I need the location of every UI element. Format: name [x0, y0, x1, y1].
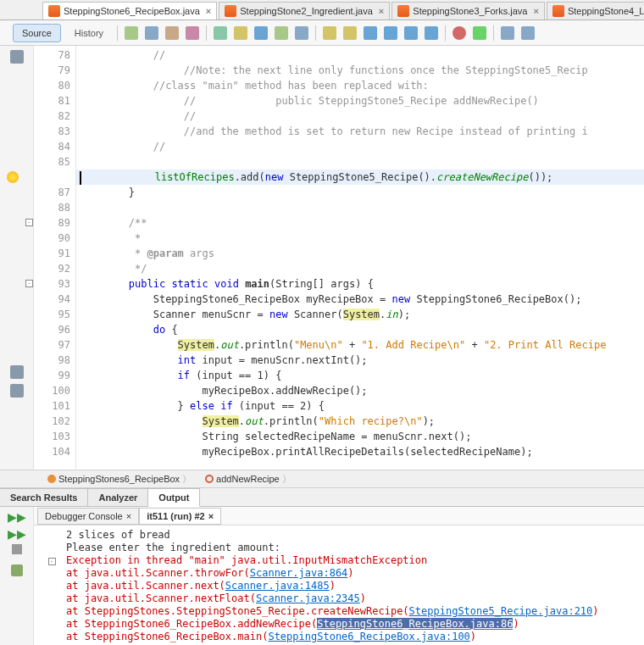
- breadcrumb-item[interactable]: addNewRecipe〉: [200, 471, 297, 487]
- console-output[interactable]: 2 slices of bread Please enter the ingre…: [34, 525, 644, 645]
- code-editor[interactable]: // //Note: the next line only functions …: [76, 46, 644, 470]
- close-icon[interactable]: ×: [208, 511, 214, 521]
- code-text: String selectedRecipeName = menuScnr.nex…: [80, 431, 471, 442]
- code-text: myRecipeBox.addNewRecipe();: [80, 385, 368, 397]
- toolbar-icon[interactable]: [384, 26, 397, 40]
- stop-icon[interactable]: [12, 544, 22, 554]
- separator: [315, 25, 316, 41]
- toolbar-icon[interactable]: [186, 26, 199, 40]
- side-icon[interactable]: [10, 384, 24, 398]
- stacktrace-link[interactable]: SteppingStone6_RecipeBox.java:100: [268, 631, 469, 642]
- toolbar-icon[interactable]: [323, 26, 336, 40]
- code-text: }: [80, 186, 135, 198]
- java-icon: [552, 5, 564, 17]
- file-tab[interactable]: SteppingStone3_Forks.java×: [391, 2, 545, 19]
- line-number: 91: [34, 246, 70, 261]
- code-comment: //: [80, 141, 165, 153]
- editor-toolbar: Source History: [0, 20, 644, 46]
- line-number: 101: [34, 398, 70, 414]
- code-comment: //: [80, 49, 165, 61]
- line-number: 92: [34, 261, 70, 276]
- toolbar-icon[interactable]: [404, 26, 418, 40]
- file-tab-label: SteppingStone2_Ingredient.java: [240, 6, 373, 16]
- tab-analyzer[interactable]: Analyzer: [88, 488, 148, 506]
- tab-debugger-console[interactable]: Debugger Console×: [37, 508, 139, 525]
- line-number: -93: [34, 276, 70, 292]
- close-icon[interactable]: ×: [379, 6, 384, 16]
- file-tab[interactable]: SteppingStone4_Loop: [547, 2, 644, 19]
- line-number: 94: [34, 292, 70, 307]
- line-number: 96: [34, 322, 70, 337]
- stacktrace-link[interactable]: Scanner.java:1485: [225, 580, 330, 592]
- stacktrace-link[interactable]: Scanner.java:2345: [256, 592, 360, 604]
- code-line-highlighted: listOfRecipes.add(new SteppingStone5_Rec…: [76, 170, 644, 185]
- tab-search-results[interactable]: Search Results: [0, 488, 88, 506]
- toolbar-icon[interactable]: [501, 26, 514, 40]
- toolbar-icon[interactable]: [165, 26, 179, 40]
- toolbar-icon[interactable]: [275, 26, 288, 40]
- line-number: 79: [34, 63, 70, 78]
- java-icon: [225, 5, 236, 17]
- separator: [445, 25, 446, 41]
- console-line: Please enter the ingredient amount:: [66, 542, 280, 554]
- line-number: 85: [34, 154, 70, 170]
- separator: [206, 25, 207, 41]
- code-comment: */: [80, 263, 147, 275]
- record-macro-icon[interactable]: [452, 26, 466, 40]
- toolbar-icon[interactable]: [254, 26, 268, 40]
- file-tab[interactable]: SteppingStone2_Ingredient.java×: [219, 2, 390, 19]
- fold-icon[interactable]: -: [25, 219, 33, 226]
- line-number: 95: [34, 307, 70, 322]
- toolbar-icon[interactable]: [521, 26, 535, 40]
- breadcrumb-item[interactable]: SteppingStones6_RecipeBox〉: [42, 471, 197, 487]
- line-number: 88: [34, 200, 70, 215]
- toolbar-icon[interactable]: [214, 26, 227, 40]
- line-number: 100: [34, 383, 70, 398]
- rerun-icon[interactable]: ▶▶: [8, 527, 26, 541]
- history-button[interactable]: History: [68, 25, 110, 42]
- side-icon[interactable]: [10, 50, 24, 64]
- stacktrace-link[interactable]: SteppingStone5_Recipe.java:210: [409, 605, 593, 617]
- rerun-icon[interactable]: ▶▶: [8, 510, 26, 524]
- toolbar-icon[interactable]: [125, 26, 138, 40]
- tab-output[interactable]: Output: [148, 488, 200, 507]
- close-icon[interactable]: ×: [206, 6, 211, 16]
- stacktrace-link-selected[interactable]: SteppingStone6_RecipeBox.java:86: [317, 618, 513, 630]
- separator: [117, 25, 118, 41]
- line-number: 104: [34, 444, 70, 459]
- line-number: 81: [34, 93, 70, 108]
- toolbar-icon[interactable]: [343, 26, 357, 40]
- code-comment: //Note: the next line only functions onc…: [80, 64, 588, 76]
- side-icon[interactable]: [10, 365, 24, 379]
- method-icon: [205, 475, 214, 483]
- line-number: 87: [34, 185, 70, 200]
- output-icon[interactable]: [11, 564, 23, 576]
- code-comment: //: [80, 110, 196, 122]
- toolbar-icon[interactable]: [145, 26, 158, 40]
- source-button[interactable]: Source: [13, 24, 61, 42]
- line-number: -89: [34, 215, 70, 231]
- fold-icon[interactable]: -: [25, 280, 33, 287]
- file-tab-active[interactable]: SteppingStone6_RecipeBox.java×: [42, 2, 217, 19]
- class-icon: [47, 475, 56, 483]
- toolbar-icon[interactable]: [364, 26, 377, 40]
- toolbar-icon[interactable]: [473, 26, 486, 40]
- close-icon[interactable]: ×: [126, 511, 131, 521]
- line-number: 98: [34, 353, 70, 368]
- lightbulb-icon[interactable]: [7, 171, 19, 183]
- collapse-icon[interactable]: -: [48, 558, 56, 565]
- toolbar-icon[interactable]: [425, 26, 438, 40]
- tab-run-output[interactable]: it511 (run) #2×: [139, 508, 221, 525]
- close-icon[interactable]: ×: [533, 6, 538, 16]
- line-number: [34, 170, 70, 185]
- code-comment: //and the method is set to return new Re…: [80, 125, 588, 137]
- output-subtabs: Debugger Console× it511 (run) #2×: [34, 507, 644, 525]
- toolbar-icon[interactable]: [295, 26, 308, 40]
- toolbar-icon[interactable]: [234, 26, 247, 40]
- line-number: 83: [34, 124, 70, 139]
- line-number: 99: [34, 368, 70, 383]
- line-number: 78: [34, 47, 70, 63]
- code-comment: //class "main" method has been replaced …: [80, 80, 429, 92]
- stacktrace-link[interactable]: Scanner.java:864: [250, 567, 348, 579]
- code-comment: *: [80, 232, 141, 244]
